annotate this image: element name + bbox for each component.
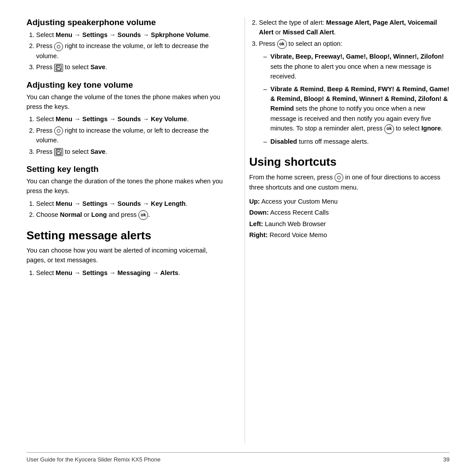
list-item: Disabled turns off message alerts. [264, 137, 450, 146]
list-item: Select Menu → Settings → Sounds → Key Vo… [36, 114, 227, 124]
content: Adjusting speakerphone volume Select Men… [26, 18, 450, 443]
footer-left: User Guide for the Kyocera Slider Remix … [26, 456, 160, 463]
list-item: Press ok to select an option: Vibrate, B… [259, 39, 450, 146]
section2-title: Adjusting key tone volume [26, 80, 227, 90]
footer-right: 39 [443, 456, 450, 463]
nav-icon [54, 126, 63, 135]
list-item: Vibrate, Beep, Freeway!, Game!, Bloop!, … [264, 52, 450, 81]
shortcut-down: Down: Access Recent Calls [249, 208, 450, 217]
continued-steps: Select the type of alert: Message Alert,… [259, 18, 450, 146]
section3-title: Setting key length [26, 164, 227, 174]
save-icon [54, 64, 63, 72]
svg-rect-4 [57, 149, 60, 151]
options-list: Vibrate, Beep, Freeway!, Game!, Bloop!, … [264, 52, 450, 146]
list-item: Select the type of alert: Message Alert,… [259, 18, 450, 37]
list-item: Press to select Save. [36, 62, 227, 72]
shortcuts-desc: From the home screen, press in one of fo… [249, 172, 450, 192]
section4-title: Setting message alerts [26, 229, 227, 242]
section2-steps: Select Menu → Settings → Sounds → Key Vo… [36, 114, 227, 156]
section1-title: Adjusting speakerphone volume [26, 18, 227, 27]
page: Adjusting speakerphone volume Select Men… [0, 0, 476, 476]
section3-intro: You can change the duration of the tones… [26, 177, 227, 196]
section1-steps: Select Menu → Settings → Sounds → Spkrph… [36, 30, 227, 72]
list-item: Select Menu → Settings → Sounds → Spkrph… [36, 30, 227, 40]
ok-icon: ok [277, 39, 287, 49]
section3-steps: Select Menu → Settings → Sounds → Key Le… [36, 199, 227, 220]
nav-icon [54, 42, 63, 51]
shortcut-right: Right: Record Voice Memo [249, 230, 450, 240]
shortcut-up: Up: Access your Custom Menu [249, 197, 450, 206]
ok-icon: ok [138, 210, 148, 220]
section2-intro: You can change the volume of the tones t… [26, 93, 227, 112]
section4-steps: Select Menu → Settings → Messaging → Ale… [36, 268, 227, 278]
svg-rect-5 [57, 152, 60, 154]
shortcuts-list: Up: Access your Custom Menu Down: Access… [249, 197, 450, 240]
list-item: Select Menu → Settings → Messaging → Ale… [36, 268, 227, 278]
left-column: Adjusting speakerphone volume Select Men… [26, 18, 231, 443]
list-item: Select Menu → Settings → Sounds → Key Le… [36, 199, 227, 208]
footer: User Guide for the Kyocera Slider Remix … [26, 452, 450, 463]
list-item: Press right to increase the volume, or l… [36, 126, 227, 145]
section4-intro: You can choose how you want be alerted o… [26, 246, 227, 265]
shortcuts-title: Using shortcuts [249, 155, 450, 169]
list-item: Press right to increase the volume, or l… [36, 41, 227, 61]
ok-icon: ok [384, 124, 394, 134]
list-item: Vibrate & Remind, Beep & Remind, FWY! & … [264, 84, 450, 134]
save-icon [54, 148, 63, 156]
svg-rect-1 [57, 65, 60, 67]
nav-icon [335, 173, 343, 182]
list-item: Choose Normal or Long and press ok. [36, 210, 227, 220]
svg-rect-2 [57, 68, 60, 70]
right-column: Select the type of alert: Message Alert,… [245, 18, 450, 443]
shortcut-left: Left: Launch Web Browser [249, 219, 450, 229]
list-item: Press to select Save. [36, 147, 227, 156]
